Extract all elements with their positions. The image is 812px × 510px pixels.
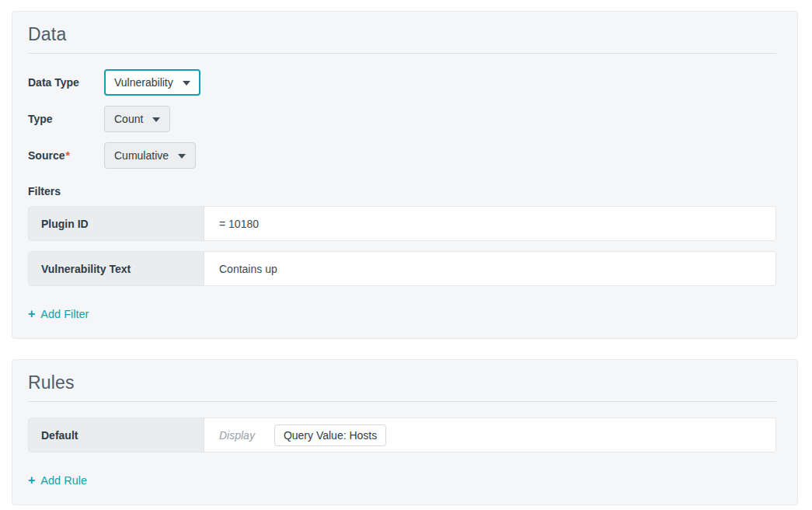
filter-name: Plugin ID [29,207,204,240]
data-fields: Data Type Vulnerability Type Count Sourc… [28,69,776,169]
rule-row-default[interactable]: Default Display Query Value: Hosts [28,417,776,452]
rule-chip-query-value[interactable]: Query Value: Hosts [274,424,386,446]
data-type-dropdown[interactable]: Vulnerability [104,69,200,96]
data-type-dropdown-value: Vulnerability [114,76,173,89]
filter-row-plugin-id[interactable]: Plugin ID = 10180 [28,206,776,241]
add-rule-button[interactable]: + Add Rule [28,474,87,487]
field-row-data-type: Data Type Vulnerability [28,69,776,96]
plus-icon: + [28,475,35,486]
plus-icon: + [28,309,35,320]
rule-name: Default [29,418,204,452]
field-row-type: Type Count [28,106,776,132]
data-section-panel: Data Data Type Vulnerability Type Count … [12,11,798,339]
type-dropdown[interactable]: Count [104,106,170,132]
filter-name: Vulnerability Text [29,252,204,285]
source-dropdown[interactable]: Cumulative [104,142,196,169]
filter-value: = 10180 [204,207,775,240]
add-filter-button[interactable]: + Add Filter [28,308,89,320]
data-section-title: Data [28,24,776,54]
required-marker: * [65,149,69,162]
source-label: Source* [28,149,104,162]
type-dropdown-value: Count [114,113,143,125]
add-rule-label: Add Rule [40,474,87,487]
type-label: Type [28,113,104,125]
filter-value: Contains up [204,252,775,285]
chevron-down-icon [183,81,190,86]
field-row-source: Source* Cumulative [28,142,776,169]
filter-row-vulnerability-text[interactable]: Vulnerability Text Contains up [28,251,776,286]
source-dropdown-value: Cumulative [114,149,169,162]
add-filter-label: Add Filter [40,308,89,320]
rule-mode-label: Display [219,429,255,442]
chevron-down-icon [178,154,186,159]
filters-label: Filters [28,185,776,197]
chevron-down-icon [152,117,160,122]
rules-section-panel: Rules Default Display Query Value: Hosts… [12,359,798,505]
rules-section-title: Rules [28,372,776,402]
data-type-label: Data Type [28,76,104,89]
rule-value: Display Query Value: Hosts [204,418,775,452]
